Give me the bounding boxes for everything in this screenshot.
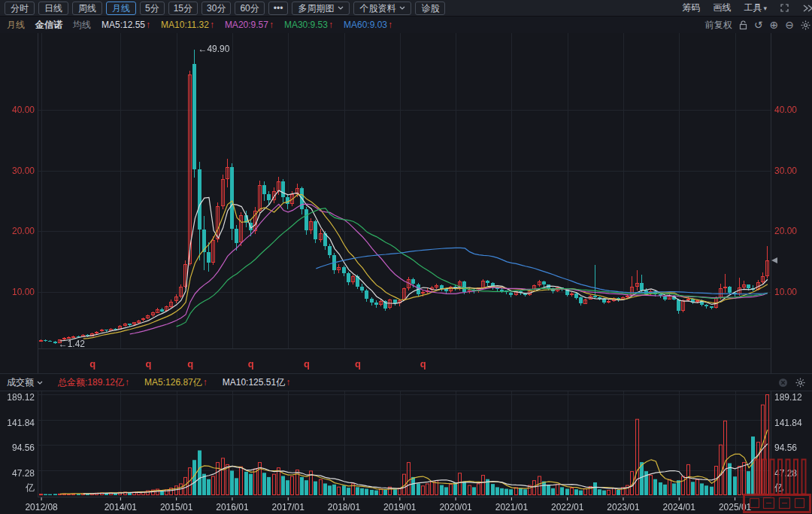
amount-ma10-value: MA10:125.51亿↑ [223,376,290,389]
draw-line-button[interactable]: 画线 [713,2,731,14]
ma30-value: MA30:9.53↑ [284,20,333,30]
up-arrow-icon: ↑ [329,20,333,30]
ma5-value: MA5:12.55↑ [102,20,150,30]
stock-name: 金信诺 [35,19,62,32]
volume-indicator-bar: 成交额 总金额:189.12亿↑ MA5:126.87亿↑ MA10:125.5… [0,373,812,391]
ellipsis-icon: ••• [274,2,283,14]
volume-indicator-dropdown[interactable]: 成交额 [7,376,43,389]
tab-label: 月线 [112,2,130,14]
ma60-value: MA60:9.03↑ [344,20,392,30]
up-arrow-icon: ↑ [269,20,274,30]
kline-chart-canvas[interactable] [0,33,812,514]
dropdown-label: 个股资料 [359,2,395,14]
fullscreen-button[interactable] [780,3,789,13]
tab-label: 60分 [240,2,259,14]
up-arrow-icon: ↑ [146,20,150,30]
more-periods-button[interactable]: ••• [268,2,289,15]
up-arrow-icon: ↑ [388,20,392,30]
tab-label: 诊股 [421,2,439,14]
chevron-down-icon [338,6,344,10]
chevron-down-icon [399,6,405,10]
period-toolbar: 分时 日线 周线 月线 5分 15分 30分 60分 ••• 多周期图 个股资料… [0,0,812,17]
tab-label: 30分 [207,2,226,14]
tab-label: 15分 [174,2,192,14]
close-circle-icon[interactable] [778,378,788,388]
adjust-mode-button[interactable]: 前复权 [705,19,732,32]
collapse-panel-button[interactable] [802,4,812,13]
expand-icon [780,3,789,13]
gear-icon[interactable] [801,20,810,30]
up-arrow-icon: ↑ [286,377,290,388]
period-label: 月线 [7,19,25,32]
zoom-in-icon[interactable]: ⊕ [770,20,779,30]
chart-area: 成交额 总金额:189.12亿↑ MA5:126.87亿↑ MA10:125.5… [0,33,812,514]
undo-icon[interactable]: ↺ [754,20,763,30]
tab-daily[interactable]: 日线 [38,2,68,15]
ma20-value: MA20:9.57↑ [225,20,274,30]
double-chevron-right-icon [802,4,812,13]
tab-15min[interactable]: 15分 [168,2,198,15]
tab-label: 5分 [145,2,159,14]
dropdown-label: 多周期图 [298,2,334,14]
tab-minute[interactable]: 分时 [5,2,35,15]
amount-ma5-value: MA5:126.87亿↑ [144,376,208,389]
tab-label: 周线 [78,2,96,14]
multi-period-dropdown[interactable]: 多周期图 [292,2,350,15]
up-arrow-icon: ↑ [203,377,208,388]
diagnose-stock-button[interactable]: 诊股 [415,2,445,15]
tab-weekly[interactable]: 周线 [72,2,102,15]
chevron-down-icon [37,381,43,385]
up-arrow-icon: ↑ [125,377,129,388]
tab-label: 日线 [44,2,62,14]
tab-60min[interactable]: 60分 [235,2,264,15]
gear-icon[interactable] [795,378,805,388]
tab-5min[interactable]: 5分 [140,2,165,15]
tools-dropdown[interactable]: 工具 ▾ [744,2,767,14]
lock-icon[interactable] [739,20,747,30]
ma-group-label[interactable]: 均线 [73,19,91,32]
total-amount-value: 总金额:189.12亿↑ [58,376,129,389]
tab-label: 分时 [11,2,29,14]
ma10-value: MA10:11.32↑ [161,20,214,30]
up-arrow-icon: ↑ [210,20,214,30]
stock-info-dropdown[interactable]: 个股资料 [353,2,411,15]
tab-30min[interactable]: 30分 [201,2,231,15]
zoom-out-icon[interactable]: ⊖ [785,20,794,30]
tab-monthly[interactable]: 月线 [106,2,136,15]
chips-button[interactable]: 筹码 [682,2,700,14]
indicator-info-bar: 月线 金信诺 均线 MA5:12.55↑ MA10:11.32↑ MA20:9.… [0,17,812,33]
triangle-down-icon: ▾ [763,5,767,12]
